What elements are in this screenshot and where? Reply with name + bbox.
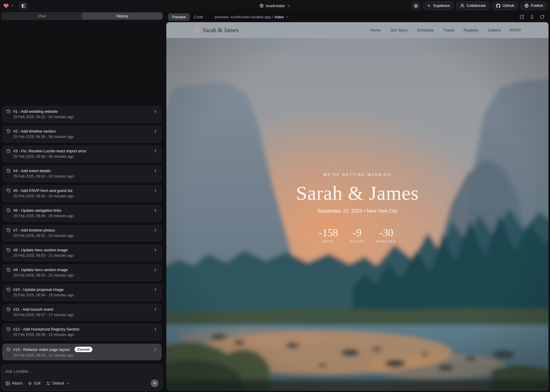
history-item-title: #9 - Update hero section image <box>13 268 68 272</box>
chevron-down-icon <box>66 382 69 385</box>
history-item[interactable]: #9 - Update hero section image 25 Feb 20… <box>2 265 162 281</box>
history-clock-icon <box>6 169 11 173</box>
chevron-right-icon <box>153 188 158 193</box>
chat-sidebar: Chat History #1 - Add wedding website 25… <box>0 11 164 392</box>
history-clock-icon <box>6 149 11 153</box>
history-item[interactable]: #3 - Fix: Resolve Lucide-react import er… <box>2 146 162 162</box>
site-nav-link-home[interactable]: Home <box>370 28 381 32</box>
tab-history[interactable]: History <box>82 13 162 19</box>
history-clock-icon <box>6 347 11 352</box>
edit-label: Edit <box>34 381 41 385</box>
settings-button[interactable] <box>412 1 421 10</box>
sliders-icon <box>46 381 50 386</box>
history-clock-icon <box>6 327 11 331</box>
history-item[interactable]: #12 - Add Honeyfund Registry Section 25 … <box>2 324 162 340</box>
history-item-title: #7 - Add timeline photos <box>13 228 55 232</box>
project-selector[interactable]: lovefrontier <box>259 0 290 11</box>
sidebar-tabbar: Chat History <box>1 12 163 20</box>
chevron-down-icon <box>287 4 291 7</box>
countdown-value: -158 <box>319 228 338 238</box>
app-topbar: lovefrontier Supabase Collaborate <box>0 0 550 11</box>
site-nav-link-schedule[interactable]: Schedule <box>417 28 434 32</box>
site-brand[interactable]: Sarah & James <box>194 27 239 34</box>
chevron-right-icon <box>153 307 158 312</box>
chevron-right-icon <box>153 287 158 292</box>
panel-left-icon <box>21 4 26 8</box>
history-item-timestamp: 25 Feb 2025, 08:38 - 36 minutes ago <box>13 154 158 159</box>
prompt-composer: Attach Edit Default <box>1 364 163 391</box>
site-brand-name: Sarah & James <box>203 27 239 34</box>
history-list: #1 - Add wedding website 25 Feb 2025, 08… <box>1 20 163 364</box>
open-in-new-icon[interactable] <box>520 15 524 19</box>
history-item[interactable]: #6 - Update navigation links 25 Feb 2025… <box>2 205 162 222</box>
tab-chat[interactable]: Chat <box>2 13 82 19</box>
chevron-right-icon <box>153 248 158 252</box>
preview-url[interactable]: preview--lovefrontier.lovable.app / inde… <box>215 15 289 19</box>
preview-panel: Preview Code preview--lovefrontier.lovab… <box>164 11 550 392</box>
mode-label: Default <box>52 381 64 385</box>
history-item[interactable]: #8 - Update hero section image 25 Feb 20… <box>2 245 162 261</box>
history-clock-icon <box>6 248 11 252</box>
github-icon <box>496 4 500 8</box>
history-item-title: #6 - Update navigation links <box>13 208 61 213</box>
history-clock-icon <box>6 268 11 272</box>
history-item-title: #10 - Update proposal image <box>13 287 64 292</box>
gear-icon <box>414 4 418 8</box>
history-item-title: #4 - Add event details <box>13 169 51 173</box>
edit-button[interactable]: Edit <box>28 381 41 386</box>
site-nav-link-our-story[interactable]: Our Story <box>390 28 408 32</box>
history-item[interactable]: #2 - Add timeline section 25 Feb 2025, 0… <box>2 126 162 142</box>
refresh-icon[interactable] <box>540 15 544 19</box>
site-header: Sarah & James HomeOur StoryScheduleTrave… <box>166 22 548 38</box>
attach-button[interactable]: Attach <box>5 381 22 386</box>
history-item-timestamp: 25 Feb 2025, 08:43 - 30 minutes ago <box>13 194 158 198</box>
history-item-title: #2 - Add timeline section <box>13 129 56 133</box>
history-item-timestamp: 25 Feb 2025, 08:22 - 52 minutes ago <box>13 115 158 119</box>
history-item[interactable]: #5 - Add RSVP form and guest list 25 Feb… <box>2 185 162 202</box>
site-nav-link-rsvp[interactable]: RSVP <box>510 28 521 32</box>
github-button[interactable]: GitHub <box>492 1 518 10</box>
chevron-right-icon <box>153 169 158 173</box>
countdown-unit: -9HOURS <box>349 228 365 243</box>
history-item-timestamp: 25 Feb 2025, 08:41 - 33 minutes ago <box>13 174 158 178</box>
hero-title: Sarah & James <box>296 182 419 205</box>
countdown-unit: -30MINUTES <box>376 228 396 243</box>
history-clock-icon <box>6 208 11 213</box>
mobile-view-icon[interactable] <box>530 15 534 19</box>
sidebar-toggle-button[interactable] <box>19 2 28 10</box>
arrow-up-icon <box>153 382 157 385</box>
supabase-icon <box>427 4 431 8</box>
supabase-button[interactable]: Supabase <box>423 1 454 10</box>
prompt-input[interactable] <box>5 369 159 374</box>
site-nav-link-registry[interactable]: Registry <box>464 28 479 32</box>
history-item-timestamp: 25 Feb 2025, 08:53 - 21 minutes ago <box>13 253 158 258</box>
site-nav-link-gallery[interactable]: Gallery <box>488 28 500 32</box>
tab-code[interactable]: Code <box>190 13 207 21</box>
project-name: lovefrontier <box>266 4 285 8</box>
preview-url-page: index <box>275 15 284 19</box>
collaborate-button[interactable]: Collaborate <box>456 1 490 10</box>
chevron-right-icon <box>153 347 158 352</box>
history-item[interactable]: #13 - Refactor index page layoutCurrent … <box>2 344 162 360</box>
history-item[interactable]: #10 - Update proposal image 25 Feb 2025,… <box>2 284 162 301</box>
history-item[interactable]: #11 - Add brunch event 25 Feb 2025, 08:5… <box>2 304 162 321</box>
lovable-logo-menu[interactable] <box>3 3 14 9</box>
history-item[interactable]: #1 - Add wedding website 25 Feb 2025, 08… <box>2 106 162 123</box>
countdown-label: MINUTES <box>376 240 396 243</box>
send-button[interactable] <box>151 379 159 387</box>
chevron-right-icon <box>153 109 158 114</box>
countdown-value: -30 <box>379 228 393 238</box>
site-nav-link-travel[interactable]: Travel <box>443 28 454 32</box>
tab-preview[interactable]: Preview <box>168 13 190 21</box>
history-item-timestamp: 25 Feb 2025, 08:48 - 26 minutes ago <box>13 214 158 218</box>
countdown-label: DAYS <box>323 240 334 243</box>
globe-icon <box>259 4 264 8</box>
history-item-timestamp: 25 Feb 2025, 08:51 - 23 minutes ago <box>13 234 158 238</box>
history-item[interactable]: #4 - Add event details 25 Feb 2025, 08:4… <box>2 166 162 182</box>
mode-selector[interactable]: Default <box>46 381 69 386</box>
publish-button[interactable]: Publish <box>521 1 547 10</box>
chevron-down-icon <box>11 4 14 7</box>
chevron-down-icon <box>286 15 289 19</box>
history-item[interactable]: #7 - Add timeline photos 25 Feb 2025, 08… <box>2 225 162 241</box>
site-nav: HomeOur StoryScheduleTravelRegistryGalle… <box>370 28 521 32</box>
